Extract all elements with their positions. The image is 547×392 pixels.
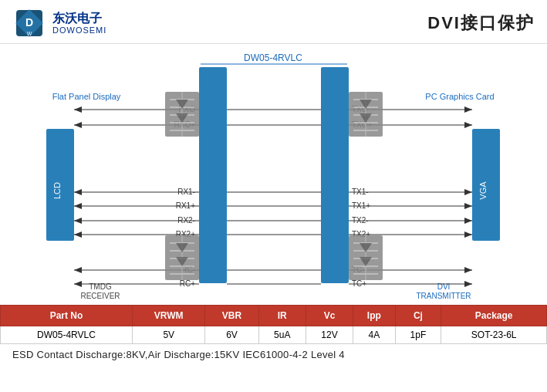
col-header-cj: Cj — [395, 306, 441, 326]
cell-cj: 1pF — [395, 326, 441, 344]
col-header-ipp: Ipp — [353, 306, 395, 326]
table-row: DW05-4RVLC 5V 6V 5uA 12V 4A 1pF SOT-23-6… — [1, 326, 547, 344]
header: D W 东沃电子 DOWOSEMI DVI接口保护 — [0, 0, 547, 44]
col-header-vbr: VBR — [205, 306, 258, 326]
circuit-diagram: DW05-4RVLC LCD VGA Flat Panel Display PC… — [0, 44, 547, 305]
esd-note-text: ESD Contact Discharge:8KV,Air Discharge:… — [12, 349, 345, 360]
page-title: DVI接口保护 — [427, 12, 535, 35]
cell-vrwm: 5V — [133, 326, 205, 344]
svg-text:W: W — [27, 31, 32, 36]
data-table-area: Part No VRWM VBR IR Vc Ipp Cj Package DW… — [0, 305, 547, 344]
col-header-vc: Vc — [306, 306, 353, 326]
esd-note: ESD Contact Discharge:8KV,Air Discharge:… — [0, 344, 547, 365]
company-name: 东沃电子 DOWOSEMI — [52, 11, 106, 35]
col-header-part-no: Part No — [1, 306, 133, 326]
cell-ir: 5uA — [258, 326, 306, 344]
logo-icon: D W — [12, 6, 46, 40]
svg-text:DW05-4RVLC: DW05-4RVLC — [244, 52, 302, 63]
company-en: DOWOSEMI — [52, 25, 106, 35]
svg-text:RECEIVER: RECEIVER — [80, 292, 120, 300]
col-header-ir: IR — [258, 306, 306, 326]
svg-text:PC Graphics Card: PC Graphics Card — [425, 92, 494, 101]
cell-part-no: DW05-4RVLC — [1, 326, 133, 344]
cell-ipp: 4A — [353, 326, 395, 344]
svg-text:Flat Panel Display: Flat Panel Display — [52, 92, 121, 101]
svg-text:VGA: VGA — [478, 181, 488, 200]
col-header-vrwm: VRWM — [133, 306, 205, 326]
specs-table: Part No VRWM VBR IR Vc Ipp Cj Package DW… — [0, 305, 547, 344]
diagram-area: DW05-4RVLC LCD VGA Flat Panel Display PC… — [0, 44, 547, 305]
cell-vc: 12V — [306, 326, 353, 344]
svg-text:D: D — [25, 16, 33, 29]
company-cn: 东沃电子 — [52, 11, 106, 25]
title-bold: DVI — [427, 13, 461, 32]
cell-vbr: 6V — [205, 326, 258, 344]
col-header-package: Package — [441, 306, 547, 326]
svg-rect-12 — [321, 67, 349, 283]
svg-text:LCD: LCD — [52, 182, 62, 199]
logo-area: D W 东沃电子 DOWOSEMI — [12, 6, 106, 40]
svg-rect-11 — [199, 67, 227, 283]
svg-text:TRANSMITTER: TRANSMITTER — [416, 292, 471, 300]
table-header-row: Part No VRWM VBR IR Vc Ipp Cj Package — [1, 306, 547, 326]
cell-package: SOT-23-6L — [441, 326, 547, 344]
title-rest: 接口保护 — [461, 13, 535, 32]
svg-rect-4 — [0, 44, 547, 305]
